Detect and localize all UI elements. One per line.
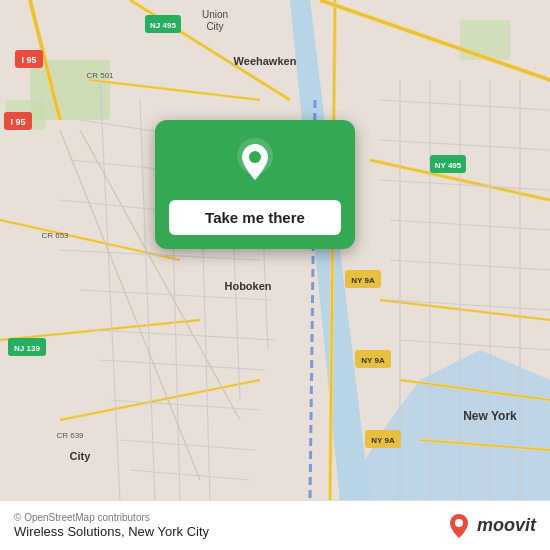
bottom-bar-left: © OpenStreetMap contributors Wireless So… xyxy=(14,512,209,539)
svg-text:I 95: I 95 xyxy=(10,117,25,127)
take-me-there-button[interactable]: Take me there xyxy=(169,200,341,235)
svg-text:CR 639: CR 639 xyxy=(56,431,84,440)
navigation-card: Take me there xyxy=(155,120,355,249)
bottom-bar: © OpenStreetMap contributors Wireless So… xyxy=(0,500,550,550)
moovit-icon xyxy=(445,512,473,540)
svg-text:Hoboken: Hoboken xyxy=(224,280,271,292)
svg-text:NY 495: NY 495 xyxy=(435,161,462,170)
svg-text:CR 653: CR 653 xyxy=(41,231,69,240)
osm-credit: © OpenStreetMap contributors xyxy=(14,512,209,523)
svg-text:I 95: I 95 xyxy=(21,55,36,65)
svg-point-94 xyxy=(455,519,463,527)
map-container: I 95 NJ 495 CR 501 NY 9A NY 9A NY 9A NY … xyxy=(0,0,550,500)
svg-text:CR 501: CR 501 xyxy=(86,71,114,80)
location-pin-icon xyxy=(228,136,282,190)
svg-rect-9 xyxy=(460,20,510,60)
svg-text:City: City xyxy=(70,450,92,462)
svg-text:New York: New York xyxy=(463,409,517,423)
svg-text:City: City xyxy=(206,21,223,32)
moovit-label: moovit xyxy=(477,515,536,536)
moovit-logo: moovit xyxy=(445,512,536,540)
svg-point-93 xyxy=(249,151,261,163)
svg-text:Union: Union xyxy=(202,9,228,20)
svg-text:NY 9A: NY 9A xyxy=(351,276,375,285)
svg-text:NJ 495: NJ 495 xyxy=(150,21,176,30)
svg-text:NY 9A: NY 9A xyxy=(371,436,395,445)
location-title: Wireless Solutions, New York City xyxy=(14,524,209,539)
svg-text:NY 9A: NY 9A xyxy=(361,356,385,365)
svg-text:Weehawken: Weehawken xyxy=(234,55,297,67)
svg-text:NJ 139: NJ 139 xyxy=(14,344,40,353)
